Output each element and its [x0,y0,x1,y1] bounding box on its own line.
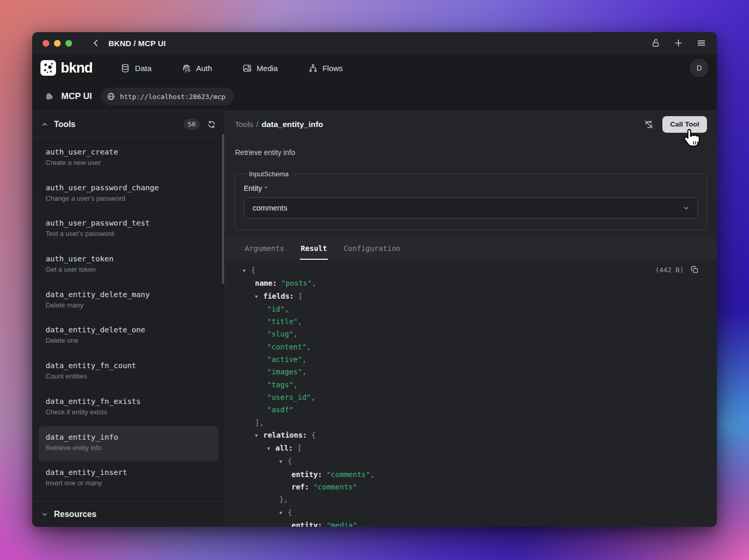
json-line: "tags", [243,379,717,391]
nav-item-flows[interactable]: Flows [308,63,343,73]
tab-configuration[interactable]: Configuration [342,238,401,260]
collapse-triangle-icon[interactable]: ▼ [243,264,251,277]
json-token: , [302,368,306,376]
call-tool-button[interactable]: Call Tool [662,116,707,133]
bknd-logo-icon [40,60,56,76]
tool-description: Delete many [46,301,211,309]
tab-arguments[interactable]: Arguments [244,238,285,260]
avatar[interactable]: D [690,59,709,77]
tab-result[interactable]: Result [300,238,328,260]
json-token: relations: [263,431,312,439]
tool-name: data_entity_delete_many [46,289,211,300]
json-token: "tags" [267,381,294,389]
result-size-badge: (442 B) [655,266,684,274]
nav-item-data[interactable]: Data [120,63,151,73]
sidebar-item-data_entity_fn_count[interactable]: data_entity_fn_countCount entities [38,355,218,390]
chevron-down-icon [40,510,49,519]
json-token: name: [255,279,282,287]
breadcrumb-separator: / [256,120,258,129]
sidebar-item-auth_user_token[interactable]: auth_user_tokenGet a user token [38,248,218,284]
collapse-triangle-icon[interactable]: ▼ [267,442,275,455]
json-token: ref: [292,483,313,491]
json-token: { [288,508,292,516]
collapse-triangle-icon[interactable]: ▼ [280,507,288,519]
auto-refresh-off-icon[interactable] [644,119,654,130]
copy-icon[interactable] [690,265,699,274]
sidebar-item-auth_user_password_change[interactable]: auth_user_password_changeChange a user's… [38,177,218,213]
sidebar-item-data_entity_info[interactable]: data_entity_infoRetrieve entity info [38,426,218,462]
json-line: "id", [243,303,717,315]
json-token: "images" [267,368,302,376]
refresh-icon[interactable] [207,120,216,129]
json-token: }, [280,495,288,503]
chevron-up-icon[interactable] [40,120,49,129]
sidebar-scrollbar[interactable] [222,134,224,284]
json-token: "id" [267,305,285,313]
json-line: "users_id", [243,391,717,403]
json-token: { [288,457,292,465]
tool-description: Get a user token [46,265,211,273]
json-line: ▼{ [243,264,717,277]
input-schema-fieldset: InputSchema Entity* comments [235,170,707,230]
json-token: fields: [263,292,298,300]
json-token: , [307,343,311,351]
titlebar-actions [650,38,706,48]
resources-section-header[interactable]: Resources [32,501,225,527]
schema-section: Retrieve entity info InputSchema Entity*… [225,138,717,230]
json-token: , [298,317,302,326]
input-schema-legend: InputSchema [246,170,292,178]
collapse-triangle-icon[interactable]: ▼ [255,429,263,442]
nav-item-auth[interactable]: Auth [182,63,212,73]
logo-wordmark: bknd [61,60,92,76]
sidebar-item-auth_user_password_test[interactable]: auth_user_password_testTest a user's pas… [38,212,218,248]
nav-item-media[interactable]: Media [242,63,278,73]
json-token: entity: [292,521,326,527]
sidebar-item-data_entity_delete_many[interactable]: data_entity_delete_manyDelete many [38,284,218,319]
result-panel: (442 B) ▼{name: "posts",▼fields: ["id","… [225,260,717,527]
tool-description: Count entities [46,372,211,380]
json-line: ▼all: [ [243,442,717,455]
back-icon[interactable] [91,38,101,48]
tool-description: Create a new user [46,159,211,166]
sidebar-item-data_entity_insert[interactable]: data_entity_insertInsert one or many [38,461,218,497]
json-line: "content", [243,341,717,353]
sidebar-item-data_entity_delete_one[interactable]: data_entity_delete_oneDelete one [38,319,218,355]
json-line: "active", [243,353,717,366]
maximize-button[interactable] [65,40,72,47]
sidebar-item-data_entity_fn_exists[interactable]: data_entity_fn_existsCheck if entity exi… [38,390,218,426]
entity-select-value: comments [253,204,287,212]
json-line: entity: "comments", [243,468,717,481]
globe-icon [106,92,116,101]
window-title: BKND / MCP UI [108,39,166,48]
json-token: "content" [267,343,307,351]
json-token: "active" [267,355,302,363]
nav-item-label: Auth [196,64,212,73]
json-line: "slug", [243,328,717,340]
breadcrumb-tools-link[interactable]: Tools [235,120,253,129]
main-header: Tools / data_entity_info Call Tool [225,111,717,138]
collapse-triangle-icon[interactable]: ▼ [280,455,288,468]
minimize-button[interactable] [54,40,61,47]
json-token: , [302,355,306,363]
collapse-triangle-icon[interactable]: ▼ [255,290,263,303]
plus-icon[interactable] [673,38,684,48]
tool-description: Change a user's password [46,194,211,202]
page-title: MCP UI [61,91,92,102]
unlock-icon[interactable] [650,38,661,48]
window-titlebar: BKND / MCP UI [32,32,717,54]
entity-select[interactable]: comments [244,197,698,219]
json-token: , [370,470,374,479]
required-marker: * [265,185,267,192]
json-token: entity: [292,470,326,479]
hamburger-icon[interactable] [696,38,706,48]
sidebar-item-auth_user_create[interactable]: auth_user_createCreate a new user [38,141,218,177]
json-viewer: ▼{name: "posts",▼fields: ["id","title","… [225,260,717,527]
json-line: ▼{ [243,455,717,468]
app-window: BKND / MCP UI bknd DataAut [32,32,717,527]
json-token: [ [298,292,302,300]
endpoint-url-pill[interactable]: http://localhost:28623/mcp [101,88,234,105]
traffic-lights [43,40,72,47]
close-button[interactable] [43,40,49,47]
bknd-logo[interactable]: bknd [40,60,92,76]
json-token: { [251,266,255,274]
